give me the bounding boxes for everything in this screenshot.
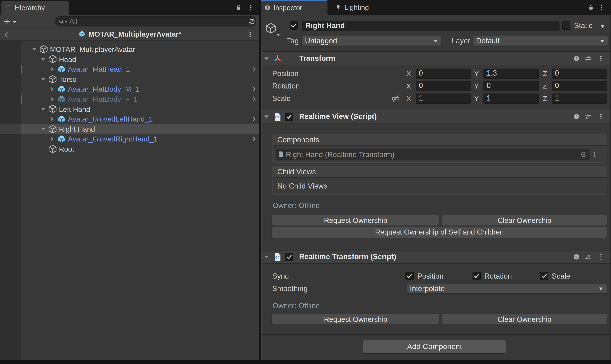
rotation-y-field[interactable]: 0 bbox=[483, 81, 539, 91]
scale-y-field[interactable]: 1 bbox=[483, 93, 539, 104]
foldout-expanded-icon[interactable] bbox=[264, 115, 269, 118]
kebab-menu-icon[interactable] bbox=[600, 4, 603, 11]
chevron-right-icon[interactable] bbox=[252, 117, 256, 122]
position-y-field[interactable]: 1.3 bbox=[483, 69, 539, 79]
tree-row[interactable]: Avatar_FlatBody_F_1 bbox=[0, 94, 259, 104]
tag-dropdown[interactable]: Untagged bbox=[301, 36, 442, 46]
tree-row[interactable]: Avatar_GlovedLeftHand_1 bbox=[0, 114, 259, 124]
child-views-header: Child Views bbox=[272, 166, 607, 178]
lock-icon[interactable] bbox=[235, 4, 242, 11]
transform-header[interactable]: Transform ? bbox=[262, 52, 611, 65]
tab-hierarchy[interactable]: Hierarchy bbox=[1, 1, 69, 15]
clear-ownership-button[interactable]: Clear Ownership bbox=[442, 314, 607, 325]
smoothing-dropdown[interactable]: Interpolate bbox=[406, 284, 607, 294]
axis-label: Y bbox=[467, 68, 479, 79]
foldout-expanded-icon[interactable] bbox=[264, 255, 269, 259]
smoothing-label: Smoothing bbox=[272, 284, 308, 294]
position-z-field[interactable]: 0 bbox=[552, 69, 607, 79]
tree-row-label: Torso bbox=[59, 74, 77, 84]
tab-inspector[interactable]: Inspector bbox=[260, 0, 327, 15]
transform-row-label: Rotation bbox=[272, 81, 300, 92]
foldout-expanded-icon[interactable] bbox=[41, 127, 45, 131]
help-icon[interactable]: ? bbox=[573, 113, 580, 120]
add-gameobject-button[interactable] bbox=[4, 18, 11, 25]
search-divider bbox=[246, 17, 246, 26]
chevron-right-icon[interactable] bbox=[252, 66, 256, 72]
request-ownership-button[interactable]: Request Ownership bbox=[272, 215, 439, 225]
request-ownership-button[interactable]: Request Ownership bbox=[272, 314, 439, 325]
link-broken-icon[interactable] bbox=[392, 94, 400, 103]
realtime-view-header[interactable]: C# Realtime View (Script) ? bbox=[262, 110, 611, 123]
foldout-expanded-icon[interactable] bbox=[41, 107, 45, 112]
chevron-right-icon[interactable] bbox=[252, 136, 256, 142]
chevron-right-icon[interactable] bbox=[252, 96, 256, 102]
foldout-expanded-icon[interactable] bbox=[41, 77, 45, 82]
add-component-button[interactable]: Add Component bbox=[363, 340, 506, 353]
tree-row[interactable]: Avatar_FlatHead_1 bbox=[0, 64, 259, 74]
add-dropdown-caret-icon[interactable] bbox=[12, 20, 17, 23]
search-filter-caret-icon bbox=[65, 21, 68, 23]
tree-row[interactable]: Avatar_FlatBody_M_1 bbox=[0, 84, 259, 94]
svg-text:?: ? bbox=[575, 255, 578, 259]
transform-row: RotationX0Y0Z0 bbox=[262, 81, 611, 92]
name-field[interactable]: Right Hand bbox=[302, 21, 559, 31]
scale-x-field[interactable]: 1 bbox=[416, 93, 471, 104]
foldout-collapsed-icon[interactable] bbox=[50, 97, 54, 102]
foldout-expanded-icon[interactable] bbox=[32, 47, 37, 52]
clear-ownership-button[interactable]: Clear Ownership bbox=[442, 215, 607, 225]
presets-icon[interactable] bbox=[584, 113, 592, 120]
rotation-z-field[interactable]: 0 bbox=[552, 81, 607, 91]
foldout-collapsed-icon[interactable] bbox=[50, 137, 54, 142]
active-checkbox[interactable] bbox=[290, 22, 298, 30]
panel-divider[interactable] bbox=[259, 0, 261, 364]
kebab-menu-icon[interactable] bbox=[249, 4, 252, 11]
csharp-script-icon: C# bbox=[273, 112, 282, 121]
gameobject-icon[interactable] bbox=[265, 22, 277, 36]
component-object-field[interactable]: C# Right Hand (Realtime Transform) bbox=[276, 149, 590, 160]
kebab-menu-icon[interactable] bbox=[600, 55, 602, 62]
sync-rotation-checkbox[interactable] bbox=[473, 272, 481, 280]
kebab-menu-icon[interactable] bbox=[600, 113, 602, 120]
help-icon[interactable]: ? bbox=[573, 254, 580, 260]
rotation-x-field[interactable]: 0 bbox=[416, 81, 471, 91]
help-icon[interactable]: ? bbox=[573, 55, 580, 62]
foldout-collapsed-icon[interactable] bbox=[50, 67, 54, 72]
tree-row[interactable]: MOTAR_MultiplayerAvatar bbox=[0, 44, 259, 54]
foldout-expanded-icon[interactable] bbox=[41, 57, 45, 62]
kebab-menu-icon[interactable] bbox=[249, 31, 252, 38]
foldout-expanded-icon[interactable] bbox=[264, 57, 269, 60]
layer-dropdown[interactable]: Default bbox=[473, 36, 608, 46]
presets-icon[interactable] bbox=[584, 55, 592, 62]
request-ownership-self-children-button[interactable]: Request Ownership of Self and Children bbox=[272, 227, 607, 237]
component-enabled-checkbox[interactable] bbox=[285, 113, 293, 121]
realtime-transform-header[interactable]: C# Realtime Transform (Script) ? bbox=[262, 251, 611, 264]
breadcrumb-title[interactable]: MOTAR_MultiplayerAvatar* bbox=[88, 30, 181, 38]
tree-row-label: Avatar_FlatHead_1 bbox=[68, 64, 130, 74]
foldout-collapsed-icon[interactable] bbox=[50, 117, 54, 122]
hierarchy-search-field[interactable]: All bbox=[55, 16, 256, 26]
prefab-icon bbox=[57, 94, 66, 104]
sync-scale-checkbox[interactable] bbox=[540, 272, 548, 280]
object-picker-icon[interactable] bbox=[581, 151, 587, 158]
tree-row[interactable]: Right Hand bbox=[0, 124, 259, 134]
position-x-field[interactable]: 0 bbox=[416, 69, 471, 79]
presets-icon[interactable] bbox=[584, 253, 592, 260]
kebab-menu-icon[interactable] bbox=[600, 254, 602, 260]
foldout-collapsed-icon[interactable] bbox=[50, 87, 54, 92]
static-checkbox[interactable] bbox=[562, 22, 570, 30]
script-doc-icon: C# bbox=[278, 151, 284, 158]
chevron-right-icon[interactable] bbox=[252, 87, 256, 92]
tree-row[interactable]: Torso bbox=[0, 74, 259, 84]
lightbulb-icon bbox=[335, 4, 341, 11]
tree-row[interactable]: Avatar_GlovedRightHand_1 bbox=[0, 134, 259, 144]
static-dropdown-caret-icon[interactable] bbox=[600, 24, 606, 27]
tab-lighting[interactable]: Lighting bbox=[332, 0, 391, 15]
lock-icon[interactable] bbox=[588, 4, 594, 11]
tree-row[interactable]: Root bbox=[0, 144, 259, 154]
component-enabled-checkbox[interactable] bbox=[285, 253, 293, 261]
tree-row[interactable]: Head bbox=[0, 54, 259, 64]
sync-position-checkbox[interactable] bbox=[406, 272, 414, 280]
open-new-window-icon[interactable] bbox=[248, 18, 255, 25]
scale-z-field[interactable]: 1 bbox=[552, 93, 607, 104]
tree-row[interactable]: Left Hand bbox=[0, 104, 259, 114]
